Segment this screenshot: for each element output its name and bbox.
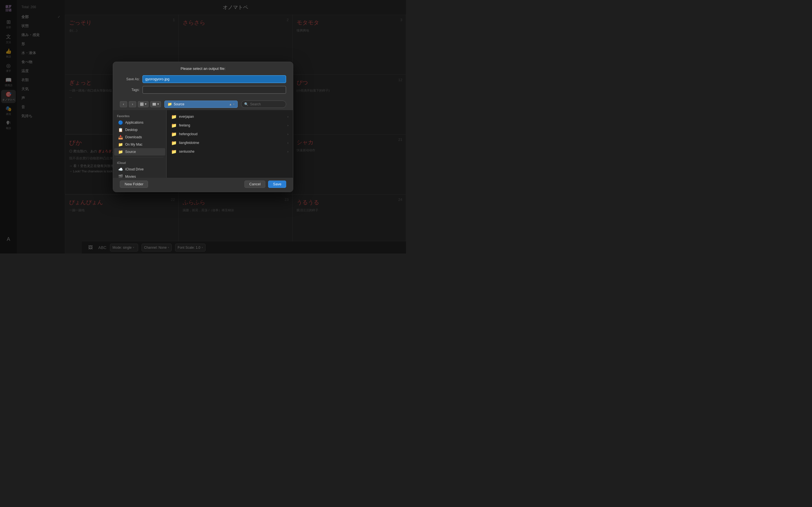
save-as-input[interactable] <box>142 75 286 83</box>
list-view-btn[interactable]: ▾ <box>138 101 149 107</box>
movies-icon: 🎬 <box>118 174 123 178</box>
modal-footer: New Folder Cancel Save <box>113 178 293 192</box>
app-container: 森罗 日语 ⊞ 全部 文 文法 👍 単語 ◎ 漢字 📖 慣用語 🎯 オノマトペ <box>0 0 406 253</box>
svg-rect-5 <box>154 103 154 105</box>
onmymac-icon: 📁 <box>118 142 123 147</box>
list-view-chevron: ▾ <box>145 102 147 106</box>
sidebar-icloud-drive[interactable]: ☁️ iCloud Drive <box>114 166 165 173</box>
svg-rect-4 <box>153 103 153 105</box>
file-item-left-everjapan: 📁 everjapan <box>171 114 194 119</box>
search-box[interactable]: 🔍 Search <box>241 101 286 108</box>
search-placeholder: Search <box>250 102 261 106</box>
feelang-folder-icon: 📁 <box>171 123 177 128</box>
source-label-area: 📁 Source <box>167 102 185 106</box>
file-item-feelang[interactable]: 📁 feelang › <box>169 121 291 130</box>
file-item-liangfeidotme[interactable]: 📁 liangfeidotme › <box>169 138 291 147</box>
svg-rect-3 <box>142 105 143 106</box>
desktop-icon: 📋 <box>118 128 123 132</box>
source-chevron-area: ▲ ▾ <box>229 103 235 106</box>
senluoshe-chevron: › <box>287 150 289 153</box>
modal-browser: Favorites 🔵 Applications 📋 Desktop 📥 Dow… <box>113 110 293 178</box>
applications-label: Applications <box>125 121 144 124</box>
modal-overlay: Please select an output file: Save As: T… <box>0 0 406 253</box>
file-item-hefengcloud[interactable]: 📁 hefengcloud › <box>169 130 291 138</box>
sidebar-movies[interactable]: 🎬 Movies <box>114 173 165 178</box>
feelang-label: feelang <box>179 123 190 127</box>
tags-row: Tags: <box>120 86 286 94</box>
sidebar-source[interactable]: 📁 Source <box>114 148 165 156</box>
source-icon: 📁 <box>118 150 123 154</box>
source-down-chevron: ▾ <box>233 103 235 106</box>
sidebar-desktop[interactable]: 📋 Desktop <box>114 126 165 133</box>
icloud-drive-label: iCloud Drive <box>125 167 144 171</box>
onmymac-label: On My Mac <box>125 143 142 147</box>
source-label: Source <box>174 102 185 106</box>
file-item-left-hefengcloud: 📁 hefengcloud <box>171 131 197 137</box>
cancel-button[interactable]: Cancel <box>245 180 265 188</box>
svg-rect-0 <box>140 103 142 104</box>
feelang-chevron: › <box>287 124 289 127</box>
svg-rect-1 <box>142 103 143 104</box>
everjapan-folder-icon: 📁 <box>171 114 177 119</box>
back-btn[interactable]: ‹ <box>120 101 127 107</box>
forward-btn[interactable]: › <box>129 101 136 107</box>
icloud-divider <box>116 157 163 158</box>
source-folder-icon: 📁 <box>167 102 172 106</box>
icloud-header: iCloud <box>113 159 166 166</box>
sidebar-applications[interactable]: 🔵 Applications <box>114 119 165 126</box>
tags-input[interactable] <box>142 86 286 94</box>
downloads-label: Downloads <box>125 135 142 139</box>
hefengcloud-folder-icon: 📁 <box>171 131 177 137</box>
favorites-header: Favorites <box>113 112 166 119</box>
everjapan-label: everjapan <box>179 115 194 119</box>
svg-rect-6 <box>155 103 156 105</box>
icloud-drive-icon: ☁️ <box>118 167 123 172</box>
senluoshe-label: senluoshe <box>179 150 195 154</box>
file-item-left-feelang: 📁 feelang <box>171 123 190 128</box>
source-sidebar-label: Source <box>125 150 136 154</box>
footer-action-buttons: Cancel Save <box>245 180 286 188</box>
svg-rect-2 <box>140 105 142 106</box>
new-folder-button[interactable]: New Folder <box>120 180 148 188</box>
source-up-chevron: ▲ <box>229 103 232 106</box>
save-as-label: Save As: <box>120 77 140 81</box>
liangfeidotme-chevron: › <box>287 141 289 145</box>
tags-label: Tags: <box>120 88 140 92</box>
file-item-left-senluoshe: 📁 senluoshe <box>171 149 195 154</box>
file-list: 📁 everjapan › 📁 feelang › <box>167 110 293 178</box>
save-as-row: Save As: <box>120 75 286 83</box>
everjapan-chevron: › <box>287 115 289 118</box>
senluoshe-folder-icon: 📁 <box>171 149 177 154</box>
sidebar-onmymac[interactable]: 📁 On My Mac <box>114 141 165 148</box>
save-dialog: Please select an output file: Save As: T… <box>113 62 293 192</box>
file-item-left-liangfeidotme: 📁 liangfeidotme <box>171 140 199 146</box>
search-icon: 🔍 <box>244 102 248 106</box>
file-item-everjapan[interactable]: 📁 everjapan › <box>169 112 291 121</box>
modal-title: Please select an output file: <box>113 62 293 73</box>
columns-view-chevron: ▾ <box>157 102 159 106</box>
save-button[interactable]: Save <box>268 180 286 188</box>
modal-form: Save As: Tags: <box>113 73 293 99</box>
liangfeidotme-folder-icon: 📁 <box>171 140 177 146</box>
sidebar-downloads[interactable]: 📥 Downloads <box>114 133 165 141</box>
hefengcloud-label: hefengcloud <box>179 132 197 136</box>
liangfeidotme-label: liangfeidotme <box>179 141 199 145</box>
source-selector[interactable]: 📁 Source ▲ ▾ <box>164 101 238 108</box>
applications-icon: 🔵 <box>118 120 123 125</box>
downloads-icon: 📥 <box>118 135 123 139</box>
file-item-senluoshe[interactable]: 📁 senluoshe › <box>169 147 291 156</box>
desktop-label: Desktop <box>125 128 138 132</box>
sidebar-panel: Favorites 🔵 Applications 📋 Desktop 📥 Dow… <box>113 110 167 178</box>
columns-view-btn[interactable]: ▾ <box>150 101 161 107</box>
hefengcloud-chevron: › <box>287 132 289 136</box>
movies-label: Movies <box>125 175 136 178</box>
modal-toolbar: ‹ › ▾ ▾ 📁 <box>113 99 293 110</box>
